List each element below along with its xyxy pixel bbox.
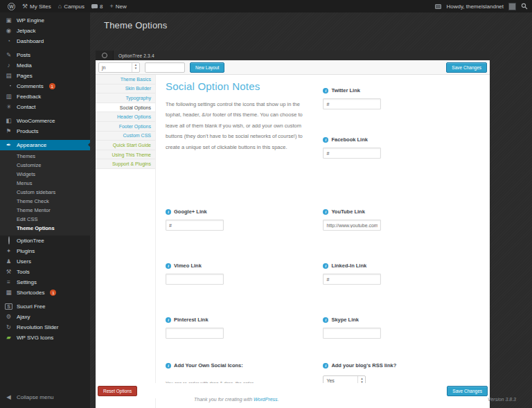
- field-label: Skype Link: [331, 317, 359, 323]
- optiontree-version: OptionTree 2.3.4: [114, 53, 154, 58]
- tab-support-plugins[interactable]: Support & Plugins: [96, 159, 155, 169]
- sidebar-item-plugins[interactable]: ✦ Plugins: [0, 246, 90, 256]
- googleplus-link-input[interactable]: [166, 220, 224, 231]
- sidebar-item-sucuri-free[interactable]: S Sucuri Free: [0, 301, 90, 312]
- tab-quick-start-guide[interactable]: Quick Start Guide: [96, 141, 155, 150]
- skype-link-input[interactable]: [323, 328, 381, 339]
- save-changes-button-top[interactable]: Save Changes: [446, 62, 487, 73]
- sidebar-item-posts[interactable]: ✎ Posts: [0, 50, 90, 60]
- sidebar-item-woocommerce[interactable]: ◧ WooCommerce: [0, 116, 90, 126]
- submenu-item-theme-mentor[interactable]: Theme Mentor: [0, 206, 90, 215]
- my-sites-menu[interactable]: ⚒ My Sites: [19, 0, 55, 12]
- info-icon: i: [323, 137, 328, 143]
- info-icon: i: [166, 363, 171, 369]
- appearance-icon: ✒: [5, 142, 12, 148]
- submenu-item-edit-css[interactable]: Edit CSS: [0, 215, 90, 224]
- new-layout-input[interactable]: [145, 62, 185, 73]
- tab-skin-builder[interactable]: Skin Builder: [96, 85, 155, 94]
- sidebar-item-ajaxy[interactable]: ⚙ Ajaxy: [0, 312, 90, 322]
- sidebar-item-optiontree[interactable]: OptionTree: [0, 236, 90, 246]
- wp-logo-menu[interactable]: W: [4, 0, 19, 12]
- sidebar-item-label: Media: [17, 62, 32, 69]
- site-name-label: Campus: [64, 3, 85, 10]
- sidebar-item-products[interactable]: ⚑ Products: [0, 126, 90, 136]
- woocommerce-icon: ◧: [5, 118, 12, 124]
- tab-using-this-theme[interactable]: Using This Theme: [96, 150, 155, 160]
- info-icon: i: [166, 209, 171, 215]
- sidebar-item-label: Pages: [17, 73, 33, 79]
- home-icon: ⌂: [58, 3, 62, 10]
- submenu-item-menus[interactable]: Menus: [0, 179, 90, 188]
- screen-icon[interactable]: [435, 4, 441, 9]
- sidebar-item-pages[interactable]: ▤ Pages: [0, 71, 90, 81]
- user-avatar[interactable]: [508, 3, 516, 10]
- submenu-item-custom-sidebars[interactable]: Custom sidebars: [0, 188, 90, 197]
- linkedin-link-input[interactable]: [323, 274, 381, 285]
- sidebar-item-wp-svg-icons[interactable]: ▰ WP SVG Icons: [0, 332, 90, 343]
- sidebar-item-tools[interactable]: ⚒ Tools: [0, 267, 90, 277]
- sidebar-item-label: Products: [17, 128, 39, 134]
- settings-icon: ≡: [5, 279, 12, 285]
- shortcodes-count-badge: 1: [50, 290, 56, 296]
- tools-icon: ⚒: [5, 269, 12, 275]
- submenu-item-widgets[interactable]: Widgets: [0, 170, 90, 179]
- tab-custom-css[interactable]: Custom CSS: [96, 132, 155, 141]
- save-changes-button-bottom[interactable]: Save Changes: [447, 386, 488, 396]
- sidebar-item-contact[interactable]: ✳ Contact: [0, 102, 90, 112]
- sidebar-item-appearance[interactable]: ✒ Appearance: [0, 140, 90, 150]
- sidebar-item-dashboard[interactable]: ◔ Dashboard: [0, 36, 90, 46]
- tab-typography[interactable]: Typography: [96, 94, 155, 103]
- twitter-link-input[interactable]: [323, 98, 381, 109]
- sidebar-item-feedback[interactable]: ▥ Feedback: [0, 91, 90, 102]
- pinterest-link-input[interactable]: [166, 328, 224, 339]
- submenu-item-theme-check[interactable]: Theme Check: [0, 197, 90, 206]
- search-icon[interactable]: [521, 3, 528, 10]
- info-icon: i: [323, 317, 328, 323]
- sidebar-item-jetpack[interactable]: ◉ Jetpack: [0, 26, 90, 36]
- reset-options-button[interactable]: Reset Options: [98, 386, 137, 396]
- sidebar-item-label: Plugins: [17, 248, 35, 254]
- sidebar-item-label: Shortcodes: [17, 290, 44, 296]
- layout-select[interactable]: jn ▲▼: [98, 62, 140, 73]
- sidebar-item-shortcodes[interactable]: ▦ Shortcodes 1: [0, 287, 90, 298]
- collapse-menu-button[interactable]: ◀ Collapse menu: [0, 392, 90, 402]
- field-label: Twitter Link: [331, 87, 360, 94]
- wordpress-link[interactable]: WordPress: [254, 397, 278, 402]
- submenu-item-customize[interactable]: Customize: [0, 161, 90, 170]
- facebook-link-input[interactable]: [323, 148, 381, 159]
- field-label: Google+ Link: [174, 209, 207, 215]
- field-label: YouTube Link: [331, 209, 364, 215]
- sidebar-item-revolution-slider[interactable]: ↻ Revolution Slider: [0, 322, 90, 332]
- sidebar-item-wp-engine[interactable]: ▣ WP Engine: [0, 15, 90, 26]
- sidebar-item-settings[interactable]: ≡ Settings: [0, 277, 90, 287]
- field-label: Vimeo Link: [174, 263, 202, 269]
- footer-thanks: Thank you for creating with WordPress.: [194, 397, 279, 402]
- sidebar-item-label: WP SVG Icons: [17, 335, 53, 341]
- tab-theme-basics[interactable]: Theme Basics: [96, 75, 155, 85]
- tab-footer-options[interactable]: Footer Options: [96, 122, 155, 132]
- vimeo-link-input[interactable]: [166, 274, 224, 285]
- sidebar-item-media[interactable]: ♪ Media: [0, 60, 90, 71]
- howdy-text[interactable]: Howdy, themeislandnet: [446, 3, 504, 10]
- sidebar-item-comments[interactable]: Comments 1: [0, 81, 90, 91]
- submenu-item-theme-options[interactable]: Theme Options: [0, 224, 90, 233]
- sidebar-item-users[interactable]: ♟ Users: [0, 256, 90, 267]
- comment-bubble-icon: [91, 4, 98, 8]
- new-layout-button[interactable]: New Layout: [190, 62, 224, 73]
- tab-social-options[interactable]: Social Options: [96, 103, 155, 113]
- info-icon: i: [323, 363, 328, 369]
- submenu-item-themes[interactable]: Themes: [0, 152, 90, 161]
- youtube-link-input[interactable]: [323, 220, 381, 231]
- info-icon: i: [323, 263, 328, 269]
- optiontree-icon: [5, 238, 12, 244]
- optiontree-logo-icon: [96, 51, 114, 60]
- field-label: Facebook Link: [331, 136, 368, 143]
- site-menu-campus[interactable]: ⌂ Campus: [55, 0, 88, 12]
- sidebar-item-label: Revolution Slider: [17, 324, 58, 330]
- new-content-menu[interactable]: + New: [106, 0, 130, 12]
- tab-header-options[interactable]: Header Options: [96, 112, 155, 122]
- comments-shortcut[interactable]: 8: [88, 0, 106, 12]
- sidebar-item-label: Dashboard: [17, 38, 44, 44]
- field-label: Linked-In Link: [331, 263, 366, 269]
- optiontree-header: OptionTree 2.3.4: [96, 51, 490, 60]
